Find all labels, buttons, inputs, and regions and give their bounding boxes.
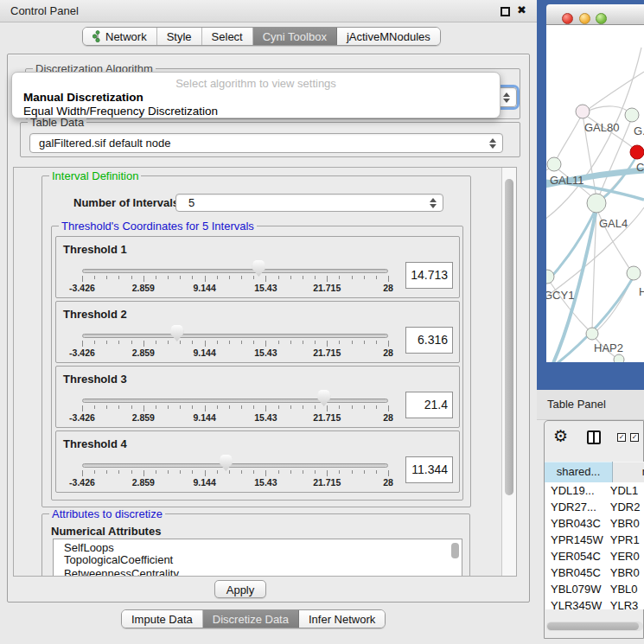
screen: Control Panel ✖ NetworkStyleSelectCyni T… xyxy=(0,0,644,644)
minimize-light-icon[interactable] xyxy=(579,13,590,24)
network-node[interactable] xyxy=(586,328,598,340)
tab-network[interactable]: Network xyxy=(83,28,157,45)
cell-name: YBR0 xyxy=(610,515,644,532)
table-data-combobox[interactable]: galFiltered.sif default node xyxy=(29,133,503,153)
tick-mark xyxy=(290,276,291,279)
close-icon[interactable]: ✖ xyxy=(517,3,526,16)
table-row[interactable]: YPR145WYPR1 xyxy=(545,532,644,548)
slider-track[interactable] xyxy=(82,463,388,468)
tab-select[interactable]: Select xyxy=(202,28,253,45)
number-of-intervals-combobox[interactable]: 5 xyxy=(175,194,443,212)
slider-thumb[interactable] xyxy=(252,260,265,277)
table-panel: ⚙ ✓ ✓ shared... n YDL19...YDL1YDR27...YD… xyxy=(544,420,644,639)
slider-ticks xyxy=(82,341,388,348)
slider-thumb[interactable] xyxy=(220,455,233,471)
network-node[interactable] xyxy=(614,354,624,362)
slider-thumb[interactable] xyxy=(170,325,183,341)
tick-mark xyxy=(156,276,156,279)
network-node[interactable] xyxy=(547,157,561,171)
slider-scale-labels: -3.4262.8599.14415.4321.71528 xyxy=(82,348,388,358)
threshold-value-field[interactable]: 6.316 xyxy=(405,327,453,354)
tick-mark xyxy=(205,470,206,476)
table-hscrollbar-thumb[interactable] xyxy=(547,622,639,630)
tick-mark xyxy=(168,470,169,474)
table-row[interactable]: YER054CYER0 xyxy=(545,548,644,564)
tab-label: Discretize Data xyxy=(213,613,289,626)
table-hscrollbar[interactable] xyxy=(546,622,643,631)
checkbox-icon[interactable]: ✓ xyxy=(617,433,626,442)
scale-label: 15.43 xyxy=(254,283,277,293)
network-node[interactable] xyxy=(587,194,606,213)
tick-mark xyxy=(265,470,266,476)
network-node[interactable] xyxy=(546,270,554,284)
thresholds-group-title: Threshold's Coordinates for 5 Intervals xyxy=(59,220,257,233)
table-row[interactable]: YDR27...YDR2 xyxy=(545,499,644,515)
cell-shared-name: YBR043C xyxy=(545,515,610,532)
tab-cyni-toolbox[interactable]: Cyni Toolbox xyxy=(253,28,337,45)
combo-arrows-icon xyxy=(429,197,437,209)
slider-track[interactable] xyxy=(82,399,388,403)
control-panel-title: Control Panel xyxy=(10,4,79,17)
dropdown-item-equal-width[interactable]: Equal Width/Frequency Discretization xyxy=(23,105,218,118)
tick-mark xyxy=(278,470,279,474)
tick-mark xyxy=(327,276,328,282)
table-data-group: Table Data galFiltered.sif default node xyxy=(20,122,520,157)
threshold-value-field[interactable]: 21.4 xyxy=(405,392,453,418)
network-node[interactable] xyxy=(625,108,639,122)
zoom-light-icon[interactable] xyxy=(596,13,607,24)
numerical-attributes-list[interactable]: SelfLoopsTopologicalCoefficientBetweenne… xyxy=(53,539,462,577)
columns-icon[interactable] xyxy=(587,430,601,444)
list-item[interactable]: TopologicalCoefficient xyxy=(54,553,462,567)
apply-button[interactable]: Apply xyxy=(214,580,266,598)
tick-mark xyxy=(265,276,266,282)
close-light-icon[interactable] xyxy=(562,13,573,24)
tick-mark xyxy=(352,276,353,279)
tab-impute-data[interactable]: Impute Data xyxy=(122,610,203,628)
checkbox-icon[interactable]: ✓ xyxy=(630,433,639,442)
network-node[interactable] xyxy=(627,266,641,280)
gear-icon[interactable]: ⚙ xyxy=(553,426,568,446)
cell-shared-name: YPR145W xyxy=(545,532,610,548)
network-node[interactable] xyxy=(576,105,590,118)
tab-infer-network[interactable]: Infer Network xyxy=(299,610,385,628)
settings-scrollbar[interactable] xyxy=(501,168,516,576)
tick-mark xyxy=(364,341,365,344)
network-node-label: G. xyxy=(634,124,644,137)
slider-thumb[interactable] xyxy=(317,390,330,406)
tick-mark xyxy=(180,276,181,279)
dropdown-item-manual[interactable]: Manual Discretization xyxy=(23,91,143,104)
table-row[interactable]: YBR045CYBR0 xyxy=(545,564,644,581)
tick-mark xyxy=(82,470,83,476)
tick-mark xyxy=(118,470,119,474)
column-header-shared-name[interactable]: shared... xyxy=(545,462,613,482)
cell-shared-name: YDR27... xyxy=(545,499,610,515)
network-view-window: G.GAL80CGAL11GAL4GCY1HHAP2 xyxy=(537,0,644,390)
tick-mark xyxy=(217,470,218,474)
number-of-intervals-value: 5 xyxy=(188,196,194,209)
tab-jactivemnodules[interactable]: jActiveMNodules xyxy=(337,28,440,45)
slider-track[interactable] xyxy=(82,334,388,338)
threshold-value-field[interactable]: 14.713 xyxy=(405,262,453,289)
network-node-label: H xyxy=(639,285,644,298)
table-row[interactable]: YBR043CYBR0 xyxy=(545,515,644,532)
settings-scrollbar-thumb[interactable] xyxy=(505,179,513,495)
tab-discretize-data[interactable]: Discretize Data xyxy=(203,610,299,628)
table-row[interactable]: YDL19...YDL1 xyxy=(545,482,644,499)
column-header-name[interactable]: n xyxy=(613,462,644,482)
list-scrollbar-thumb[interactable] xyxy=(451,543,459,558)
scale-label: 21.715 xyxy=(313,283,341,293)
table-panel-titlebar: Table Panel xyxy=(537,390,644,420)
table-row[interactable]: YBL079WYBL0 xyxy=(545,581,644,597)
list-item[interactable]: SelfLoops xyxy=(54,539,462,553)
table-row[interactable]: YLR345WYLR3 xyxy=(545,597,644,609)
network-node[interactable] xyxy=(630,145,644,159)
list-item[interactable]: BetweennessCentrality xyxy=(54,567,462,577)
tab-style[interactable]: Style xyxy=(157,28,202,45)
tick-mark xyxy=(352,470,353,474)
network-canvas[interactable]: G.GAL80CGAL11GAL4GCY1HHAP2 xyxy=(546,25,644,362)
float-window-icon[interactable] xyxy=(501,7,510,16)
slider-track[interactable] xyxy=(82,269,388,273)
tab-label: Select xyxy=(212,30,243,43)
threshold-value-field[interactable]: 11.344 xyxy=(405,456,453,483)
threshold-label: Threshold 2 xyxy=(63,308,127,321)
